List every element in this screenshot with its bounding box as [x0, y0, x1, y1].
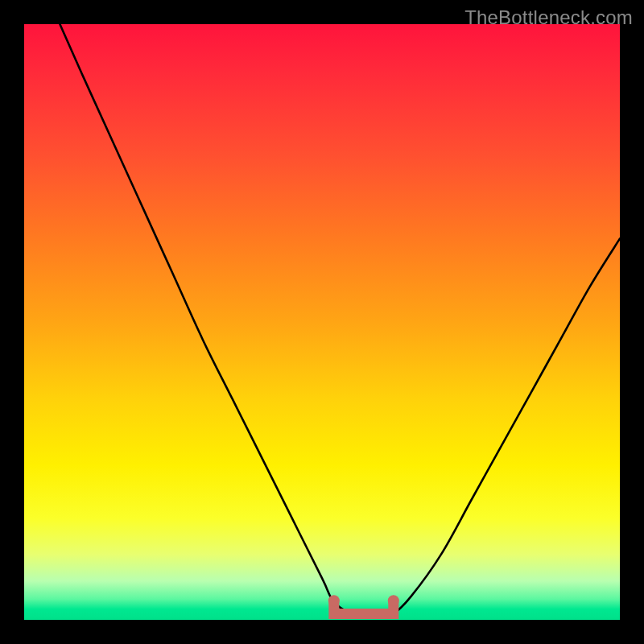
optimal-range-endpoint-left — [328, 595, 340, 606]
curve-layer — [24, 24, 620, 620]
chart-frame: TheBottleneck.com — [0, 0, 644, 644]
bottleneck-curve — [60, 24, 620, 617]
optimal-range-endpoint-right — [388, 595, 399, 606]
optimal-range-marker — [334, 601, 394, 613]
watermark-text: TheBottleneck.com — [464, 6, 633, 29]
plot-area — [24, 24, 620, 620]
